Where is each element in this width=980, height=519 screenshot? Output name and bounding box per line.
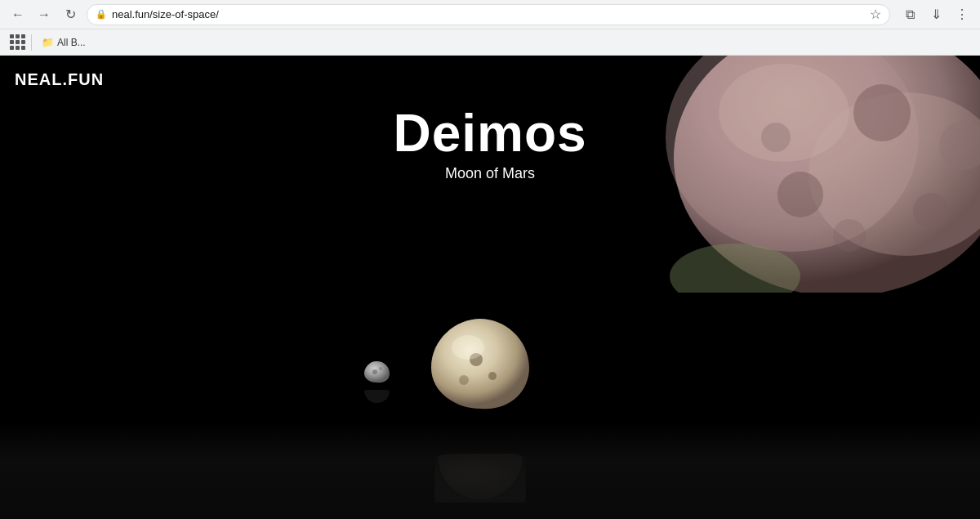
- bookmarks-bar: 📁 All B...: [35, 35, 973, 50]
- title-area: Deimos Moon of Mars: [393, 105, 586, 182]
- page-title: Deimos: [393, 105, 586, 162]
- moon-large: [653, 56, 980, 293]
- back-button[interactable]: ←: [7, 3, 29, 26]
- floor-reflection: [0, 421, 980, 519]
- svg-point-9: [833, 219, 866, 252]
- lock-icon: 🔒: [96, 9, 107, 20]
- folder-icon: 📁: [42, 37, 54, 48]
- bookmark-folder-item[interactable]: 📁 All B...: [35, 35, 92, 50]
- svg-point-6: [913, 193, 949, 229]
- extensions-button[interactable]: ⧉: [898, 3, 921, 26]
- url-text: neal.fun/size-of-space/: [112, 8, 865, 20]
- apps-grid-icon: [10, 34, 25, 50]
- moon-small-reflection: [363, 390, 391, 405]
- toolbar-divider: [31, 34, 32, 51]
- menu-button[interactable]: ⋮: [951, 3, 973, 26]
- refresh-button[interactable]: ↻: [59, 3, 82, 26]
- svg-point-14: [459, 375, 469, 385]
- svg-point-17: [372, 369, 377, 374]
- page-subtitle: Moon of Mars: [393, 165, 586, 182]
- website-content: NEAL.FUN Deimos Moon of Mars: [0, 56, 980, 519]
- bookmarks-toolbar: 📁 All B...: [0, 29, 980, 56]
- svg-point-10: [719, 64, 849, 162]
- apps-button[interactable]: [7, 32, 28, 53]
- svg-point-4: [853, 84, 911, 141]
- address-bar[interactable]: 🔒 neal.fun/size-of-space/ ☆: [87, 4, 890, 25]
- bookmark-label: All B...: [57, 37, 86, 48]
- forward-button[interactable]: →: [33, 3, 56, 26]
- download-button[interactable]: ⇓: [924, 3, 947, 26]
- browser-actions: ⧉ ⇓ ⋮: [898, 3, 973, 26]
- svg-point-13: [488, 372, 497, 380]
- moon-small: [363, 360, 391, 384]
- svg-point-5: [777, 172, 823, 217]
- bookmark-star-icon[interactable]: ☆: [870, 7, 881, 22]
- site-logo[interactable]: NEAL.FUN: [15, 70, 104, 89]
- nav-buttons: ← → ↻: [7, 3, 82, 26]
- moon-medium: [427, 315, 533, 413]
- browser-toolbar: ← → ↻ 🔒 neal.fun/size-of-space/ ☆ ⧉ ⇓ ⋮: [0, 0, 980, 29]
- svg-point-15: [452, 335, 484, 360]
- svg-point-18: [379, 367, 382, 370]
